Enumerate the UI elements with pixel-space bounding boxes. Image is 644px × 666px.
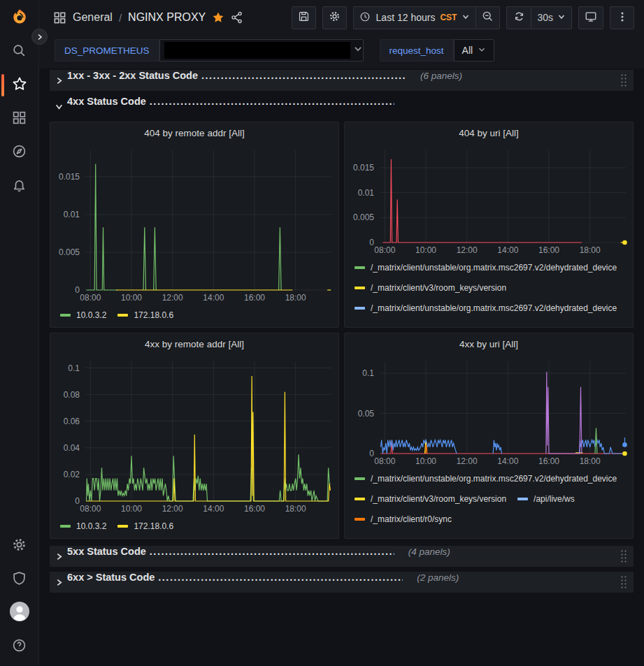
panel-title[interactable]: 4xx by remote addr [All] [53,333,336,356]
chevron-down-icon [353,44,363,57]
variables-bar: DS_PROMETHEUS request_host All [39,35,644,68]
row-title-dots: ........................................… [150,96,394,107]
row-panel-count: (2 panels) [417,572,459,583]
dashboard-content: 1xx - 3xx - 2xx Status Code ............… [39,68,644,593]
refresh-button[interactable] [506,6,531,29]
chevron-right-icon [36,31,43,43]
svg-text:0: 0 [369,238,374,247]
more-options-button[interactable] [610,6,634,29]
variable-label-request-host: request_host [380,39,454,61]
panels-grid: 404 by remote addr [All] 08:0010:0012:00… [50,122,634,539]
sidebar-expand-button[interactable] [31,29,48,45]
zoom-out-time-button[interactable] [475,6,500,29]
series-label: /_matrix/client/r0/sync [371,514,452,524]
kebab-menu-icon [617,11,627,24]
row-title: 1xx - 3xx - 2xx Status Code [67,70,198,81]
row-4xx[interactable]: 4xx Status Code ........................… [50,96,634,117]
row-drag-handle[interactable] [620,575,627,589]
series-color-swatch [60,314,71,317]
monitor-icon [585,10,597,25]
sidebar [0,0,39,666]
legend-item[interactable]: /_matrix/client/unstable/org.matrix.msc2… [355,474,617,484]
dashboard-header: General / NGINX PROXY [39,0,644,35]
row-5xx[interactable]: 5xx Status Code ........................… [50,546,634,567]
sidebar-item-profile[interactable] [0,596,39,630]
sidebar-item-explore[interactable] [0,136,39,169]
save-dashboard-button[interactable] [292,6,316,29]
panel-4xx-by-uri: 4xx by uri [All] 08:0010:0012:0014:0016:… [344,333,634,539]
gear-icon [12,537,27,555]
row-title: 4xx Status Code [67,96,146,107]
sidebar-item-help[interactable] [0,630,39,663]
panel-title[interactable]: 4xx by uri [All] [348,333,630,356]
variable-select-ds-prometheus[interactable] [159,39,364,61]
sidebar-item-server-admin[interactable] [0,563,39,596]
legend-item[interactable]: 172.18.0.6 [117,521,173,531]
panel-4xx-by-remote-addr: 4xx by remote addr [All] 08:0010:0012:00… [50,333,339,539]
cycle-view-mode-button[interactable] [578,6,603,29]
dashboard-settings-button[interactable] [322,6,347,29]
dashboard-title[interactable]: NGINX PROXY [128,11,206,24]
svg-text:0.005: 0.005 [59,247,80,257]
breadcrumb-section[interactable]: General [73,11,113,24]
time-controls: Last 12 hours CST [353,6,501,29]
row-drag-handle[interactable] [620,73,627,87]
breadcrumb: General / NGINX PROXY [53,11,243,24]
legend-item[interactable]: /_matrix/client/v3/room_keys/version [355,494,506,504]
series-label: /_matrix/client/v3/room_keys/version [371,494,506,504]
grafana-logo[interactable] [0,0,39,35]
sidebar-item-dashboards[interactable] [0,102,39,136]
dashboards-grid-icon [53,11,66,24]
series-label: /_matrix/client/unstable/org.matrix.msc2… [371,263,617,273]
svg-text:0.1: 0.1 [68,363,80,373]
svg-text:0.04: 0.04 [64,443,80,453]
series-color-swatch [355,477,365,480]
svg-text:08:00: 08:00 [374,245,395,255]
variable-label-ds-prometheus: DS_PROMETHEUS [55,39,159,61]
row-1xx-3xx-2xx[interactable]: 1xx - 3xx - 2xx Status Code ............… [50,70,634,91]
series-label: 172.18.0.6 [134,310,173,320]
help-icon [12,638,27,656]
legend-item[interactable]: 10.0.3.2 [60,310,106,320]
row-6xx[interactable]: 6xx > Status Code ......................… [50,572,634,593]
svg-text:0.015: 0.015 [59,172,80,182]
chevron-down-icon [55,103,63,110]
svg-text:16:00: 16:00 [244,504,265,514]
sidebar-item-configuration[interactable] [0,529,39,563]
timezone-label: CST [440,13,457,22]
svg-text:10:00: 10:00 [415,245,436,255]
series-label: /_matrix/client/v3/room_keys/version [371,283,506,293]
sidebar-item-alerting[interactable] [0,169,39,203]
svg-text:0.02: 0.02 [64,470,80,479]
gear-icon [329,10,341,24]
row-title-dots: ........................................… [150,546,394,557]
share-icon[interactable] [231,11,243,24]
legend-item[interactable]: /_matrix/client/r0/sync [355,514,452,524]
svg-text:0.01: 0.01 [358,188,375,198]
legend-item[interactable]: /_matrix/client/unstable/org.matrix.msc2… [355,263,617,273]
sidebar-item-starred[interactable] [0,68,39,102]
panel-legend: 10.0.3.2172.18.0.6 [53,304,336,324]
variable-select-request-host[interactable]: All [454,39,495,61]
svg-text:0.1: 0.1 [362,368,374,378]
panel-title[interactable]: 404 by remote addr [All] [53,122,336,145]
time-range-picker[interactable]: Last 12 hours CST [353,6,476,29]
explore-compass-icon [12,144,27,161]
legend-item[interactable]: /api/live/ws [517,494,575,504]
panel-title[interactable]: 404 by uri [All] [348,122,630,145]
favorite-star-icon[interactable] [212,11,224,24]
legend-item[interactable]: 172.18.0.6 [117,310,173,320]
row-title: 6xx > Status Code [67,572,155,583]
legend-item[interactable]: /_matrix/client/v3/room_keys/version [355,283,506,293]
refresh-icon [513,10,525,24]
svg-text:08:00: 08:00 [80,293,101,303]
top-bar: General / NGINX PROXY [39,0,644,68]
series-color-swatch [355,266,365,269]
legend-item[interactable]: /_matrix/client/unstable/org.matrix.msc2… [355,303,617,313]
svg-text:10:00: 10:00 [121,293,142,303]
row-drag-handle[interactable] [620,549,627,563]
refresh-interval-label: 30s [537,12,553,23]
svg-text:0: 0 [369,449,374,458]
refresh-interval-picker[interactable]: 30s [531,6,572,29]
legend-item[interactable]: 10.0.3.2 [60,521,106,531]
